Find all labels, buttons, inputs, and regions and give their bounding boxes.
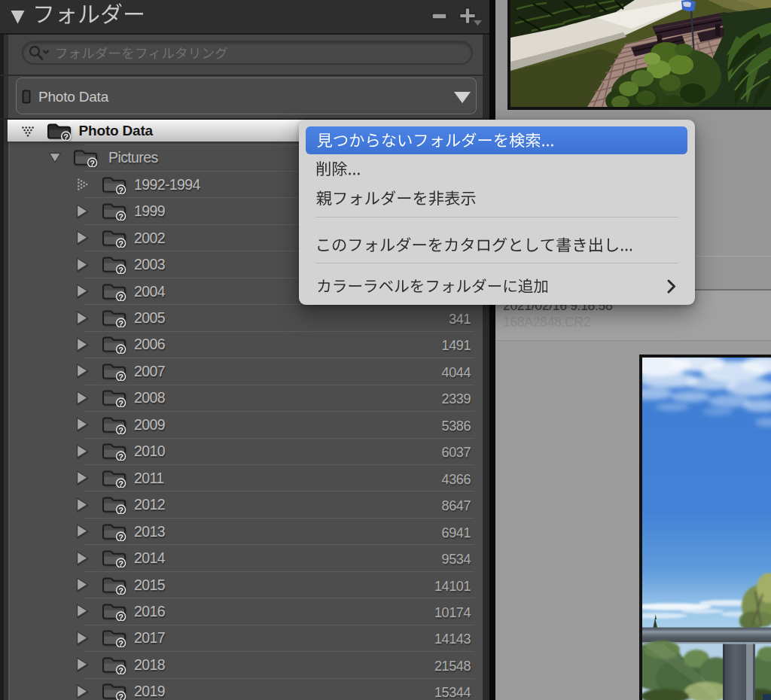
svg-text:?: ?: [118, 425, 123, 434]
svg-text:?: ?: [118, 559, 123, 568]
svg-text:?: ?: [118, 399, 123, 408]
svg-text:?: ?: [118, 692, 123, 700]
svg-text:?: ?: [118, 266, 123, 275]
svg-text:?: ?: [118, 185, 123, 194]
svg-text:?: ?: [118, 372, 123, 381]
svg-text:?: ?: [118, 532, 123, 541]
svg-text:?: ?: [118, 479, 123, 488]
svg-text:?: ?: [118, 292, 123, 301]
svg-text:?: ?: [63, 132, 69, 142]
svg-text:?: ?: [118, 639, 123, 648]
svg-text:?: ?: [118, 452, 123, 461]
svg-text:?: ?: [118, 319, 123, 328]
svg-text:?: ?: [118, 212, 123, 221]
svg-text:?: ?: [118, 345, 123, 355]
svg-text:?: ?: [90, 159, 95, 168]
svg-text:?: ?: [118, 586, 123, 595]
svg-text:?: ?: [118, 612, 123, 621]
svg-text:?: ?: [118, 239, 123, 248]
svg-text:?: ?: [118, 665, 123, 674]
svg-text:?: ?: [118, 506, 123, 515]
